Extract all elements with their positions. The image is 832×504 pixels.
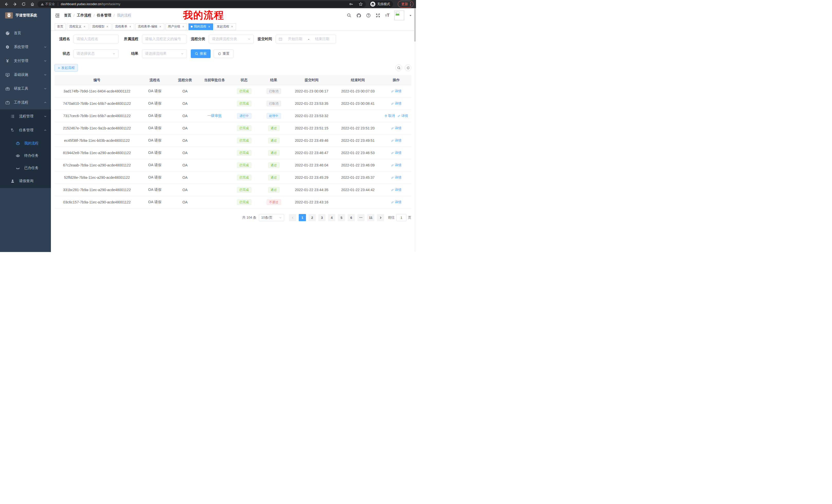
home-icon[interactable] [29,1,36,7]
tab-process-model[interactable]: 流程模型× [90,23,111,30]
detail-link[interactable]: 详情 [397,114,408,118]
sidebar-item-system[interactable]: 系统管理 [0,40,51,54]
scrollbar-thumb[interactable] [414,8,416,41]
prev-page-button[interactable] [289,214,296,221]
page-button-4[interactable]: 4 [328,214,335,221]
breadcrumb-home[interactable]: 首页 [64,13,71,18]
status-badge: 已完成 [237,162,252,168]
chevron-down-icon [279,216,282,219]
cancel-link[interactable]: 取消 [384,114,395,118]
col-actions: 操作 [381,78,411,82]
category-select[interactable]: 请选择流程分类 [209,35,254,44]
refresh-table-button[interactable] [405,64,411,71]
goto-page-input[interactable]: 1 [396,214,407,221]
bookmark-star-icon[interactable] [359,2,363,6]
chevron-down-icon [44,73,47,76]
page-scrollbar[interactable] [414,8,416,252]
app-logo[interactable]: 芋道管理系统 [0,8,51,23]
next-page-button[interactable] [377,214,384,221]
process-definition-input[interactable]: 请输入流程定义的编号 [142,35,187,44]
caret-down-icon[interactable] [409,14,412,17]
close-icon[interactable]: × [106,25,109,28]
sidebar-item-payment[interactable]: ¥ 支付管理 [0,54,51,68]
detail-link[interactable]: 详情 [391,150,401,155]
breadcrumb-task-mgmt[interactable]: 任务管理 [97,13,111,18]
page-button-1[interactable]: 1 [299,214,306,221]
page-button-3[interactable]: 3 [318,214,326,221]
detail-link[interactable]: 详情 [391,126,401,131]
update-button[interactable]: 更新 [398,1,413,7]
monitor-icon [5,73,10,77]
sidebar-item-leave-query[interactable]: 请假查询 [0,174,51,188]
sidebar-item-done-tasks[interactable]: 已办任务 [0,162,51,174]
chevron-up-icon [44,101,47,104]
sidebar-item-task-mgmt[interactable]: 任务管理 [0,123,51,137]
forward-icon[interactable] [11,1,19,7]
detail-link[interactable]: 详情 [391,200,401,204]
chevron-down-icon [44,46,47,49]
tab-process-form-edit[interactable]: 流程表单-编辑× [135,23,164,30]
tab-my-process[interactable]: 我的流程× [188,23,213,30]
show-search-toggle-button[interactable] [395,64,402,71]
tab-home[interactable]: 首页 [55,23,66,30]
sidebar-item-workflow[interactable]: 工作流程 [0,95,51,109]
sidebar-item-label: 我的流程 [24,141,38,146]
sidebar-item-label: 基础设施 [14,73,28,77]
search-button[interactable]: 搜索 [191,49,211,58]
back-icon[interactable] [3,1,10,7]
sidebar-item-todo-tasks[interactable]: 待办任务 [0,149,51,162]
submit-time-range-picker[interactable]: 开始日期 - 结束日期 [276,35,336,44]
close-icon[interactable]: × [129,25,132,28]
close-icon[interactable]: × [207,25,211,28]
avatar[interactable] [394,10,404,20]
detail-link[interactable]: 详情 [391,175,401,180]
font-size-icon[interactable]: TT [385,13,390,18]
page-button-2[interactable]: 2 [309,214,316,221]
close-icon[interactable]: × [230,25,234,28]
password-key-icon[interactable] [349,2,353,6]
start-process-button[interactable]: + 发起流程 [54,64,78,72]
tab-process-definition[interactable]: 流程定义× [67,23,88,30]
reset-button[interactable]: 重置 [214,49,233,58]
process-name-input[interactable]: 请输入流程名 [74,35,119,44]
url-bar[interactable]: 不安全 dashboard.yudao.iocoder.cn/bpm/task/… [37,1,366,7]
help-icon[interactable] [366,13,371,18]
sidebar-item-devtools[interactable]: 研发工具 [0,82,51,95]
sidebar-item-process-mgmt[interactable]: 流程管理 [0,109,51,123]
reload-icon[interactable] [20,1,27,7]
status-badge: 已完成 [237,150,252,156]
breadcrumb-workflow[interactable]: 工作流程 [77,13,91,18]
result-select[interactable]: 请选择流结果 [142,49,187,58]
detail-link[interactable]: 详情 [391,163,401,167]
close-icon[interactable]: × [83,25,86,28]
more-pages-button[interactable]: ••• [357,214,365,221]
page-button-11[interactable]: 11 [367,214,374,221]
browser-menu-icon[interactable] [410,2,411,6]
breadcrumb-current: 我的流程 [117,13,131,18]
status-select[interactable]: 请选择状态 [74,49,119,58]
sidebar-collapse-icon[interactable] [55,13,60,18]
fullscreen-icon[interactable] [375,13,380,18]
col-id: 编号 [54,78,139,82]
detail-link[interactable]: 详情 [391,101,401,106]
detail-link[interactable]: 详情 [391,89,401,93]
close-icon[interactable]: × [159,25,162,28]
close-icon[interactable]: × [182,25,185,28]
search-icon[interactable] [347,13,352,18]
sidebar-item-home[interactable]: 首页 [0,26,51,40]
tab-user-group[interactable]: 用户分组× [165,23,187,30]
page-button-5[interactable]: 5 [338,214,345,221]
status-badge: 已完成 [237,88,252,94]
detail-link[interactable]: 详情 [391,188,401,192]
sidebar-item-my-process[interactable]: 我的流程 [0,137,51,149]
security-warning[interactable]: 不安全 [41,2,55,6]
sidebar-item-infra[interactable]: 基础设施 [0,68,51,82]
col-name: 流程名 [139,78,170,82]
url-path: /bpm/task/my [101,2,120,6]
github-icon[interactable] [356,13,361,18]
page-button-6[interactable]: 6 [347,214,355,221]
detail-link[interactable]: 详情 [391,138,401,143]
tab-process-form[interactable]: 流程表单× [113,23,134,30]
page-size-select[interactable]: 10条/页 [259,214,284,221]
tab-start-process[interactable]: 发起流程× [214,23,236,30]
